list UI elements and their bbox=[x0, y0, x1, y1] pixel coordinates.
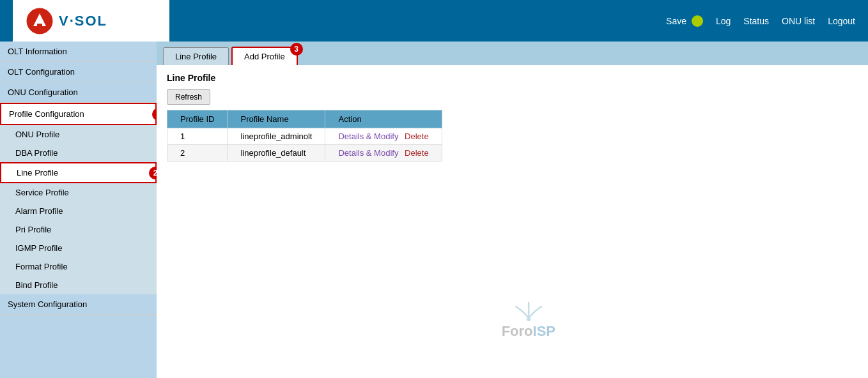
logout-link[interactable]: Logout bbox=[828, 16, 855, 26]
details-modify-link[interactable]: Details & Modify bbox=[338, 132, 398, 141]
sidebar-item-olt-config[interactable]: OLT Configuration bbox=[0, 62, 157, 82]
tab-line-profile[interactable]: Line Profile bbox=[163, 47, 229, 65]
profile-table: Profile ID Profile Name Action 1lineprof… bbox=[167, 110, 442, 162]
content-area: Line Profile Refresh Profile ID Profile … bbox=[157, 65, 868, 378]
cell-action: Details & Modify Delete bbox=[325, 128, 442, 145]
watermark-signal-icon bbox=[509, 300, 548, 323]
refresh-button[interactable]: Refresh bbox=[167, 89, 210, 105]
badge-2: 2 bbox=[149, 167, 157, 179]
col-profile-id: Profile ID bbox=[167, 110, 228, 128]
sidebar-item-service-profile[interactable]: Service Profile bbox=[0, 183, 157, 202]
sidebar-item-bind-profile[interactable]: Bind Profile bbox=[0, 276, 157, 294]
logo-area: V·SOL bbox=[13, 0, 169, 42]
logo-text: V·SOL bbox=[59, 13, 107, 29]
sidebar-item-system-config[interactable]: System Configuration bbox=[0, 294, 157, 315]
watermark-isp: ISP bbox=[533, 323, 555, 339]
watermark: ForoISP bbox=[502, 300, 555, 340]
sidebar-item-igmp-profile[interactable]: IGMP Profile bbox=[0, 239, 157, 257]
save-label: Save bbox=[666, 16, 686, 26]
sidebar-item-format-profile[interactable]: Format Profile bbox=[0, 257, 157, 276]
save-indicator bbox=[692, 15, 703, 27]
sidebar-item-olt-info[interactable]: OLT Information bbox=[0, 42, 157, 62]
cell-profile-id: 2 bbox=[167, 145, 228, 162]
cell-profile-name: lineprofile_default bbox=[228, 145, 325, 162]
delete-link[interactable]: Delete bbox=[405, 132, 429, 141]
status-link[interactable]: Status bbox=[743, 16, 769, 26]
cell-profile-id: 1 bbox=[167, 128, 228, 145]
badge-1: 1 bbox=[152, 108, 157, 121]
log-link[interactable]: Log bbox=[716, 16, 731, 26]
page-title: Line Profile bbox=[167, 73, 858, 83]
tabs-bar: Line Profile Add Profile 3 bbox=[157, 42, 868, 65]
col-profile-name: Profile Name bbox=[228, 110, 325, 128]
watermark-text: ForoISP bbox=[502, 323, 555, 340]
sidebar: OLT Information OLT Configuration ONU Co… bbox=[0, 42, 157, 378]
sidebar-item-onu-profile[interactable]: ONU Profile bbox=[0, 125, 157, 144]
main-content: Line Profile Add Profile 3 Line Profile … bbox=[157, 42, 868, 378]
table-row: 1lineprofile_adminoltDetails & Modify De… bbox=[167, 128, 442, 145]
sidebar-item-profile-config[interactable]: Profile Configuration 1 bbox=[0, 103, 157, 125]
svg-rect-2 bbox=[37, 24, 42, 26]
sidebar-item-alarm-profile[interactable]: Alarm Profile bbox=[0, 202, 157, 220]
cell-profile-name: lineprofile_adminolt bbox=[228, 128, 325, 145]
watermark-foro: Foro bbox=[502, 323, 533, 339]
header-right: Save Log Status ONU list Logout bbox=[169, 15, 855, 27]
delete-link[interactable]: Delete bbox=[405, 148, 429, 158]
details-modify-link[interactable]: Details & Modify bbox=[338, 148, 398, 158]
badge-3: 3 bbox=[290, 43, 303, 56]
cell-action: Details & Modify Delete bbox=[325, 145, 442, 162]
logo: V·SOL bbox=[26, 7, 107, 35]
logo-icon bbox=[26, 7, 54, 35]
tab-add-profile[interactable]: Add Profile 3 bbox=[231, 47, 298, 65]
sidebar-item-pri-profile[interactable]: Pri Profile bbox=[0, 220, 157, 239]
table-row: 2lineprofile_defaultDetails & Modify Del… bbox=[167, 145, 442, 162]
onu-list-link[interactable]: ONU list bbox=[782, 16, 815, 26]
sidebar-item-dba-profile[interactable]: DBA Profile bbox=[0, 144, 157, 162]
col-action: Action bbox=[325, 110, 442, 128]
svg-point-3 bbox=[527, 317, 531, 321]
sidebar-item-onu-config[interactable]: ONU Configuration bbox=[0, 82, 157, 103]
sidebar-item-line-profile[interactable]: Line Profile 2 bbox=[0, 162, 157, 183]
save-area: Save bbox=[666, 15, 703, 27]
